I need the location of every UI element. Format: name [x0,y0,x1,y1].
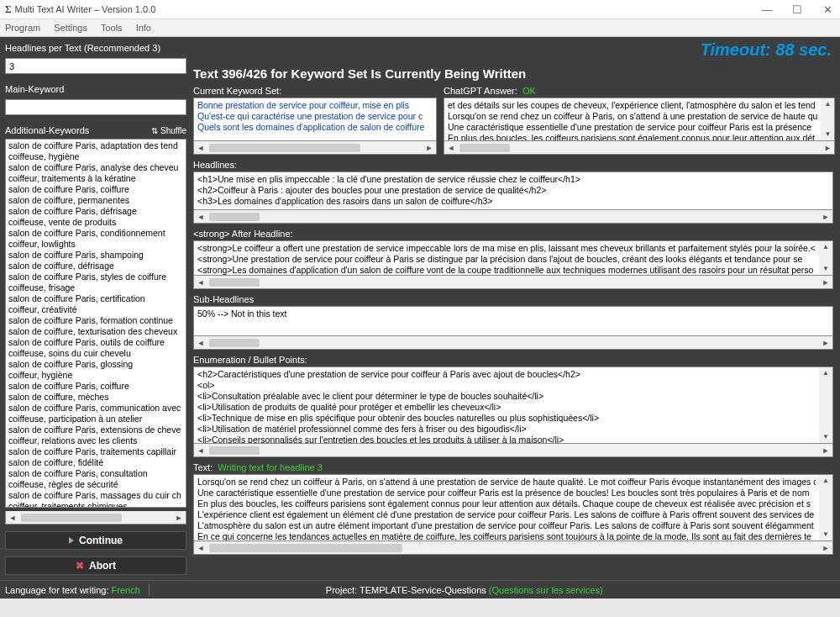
menu-tools[interactable]: Tools [101,23,123,33]
language-value: French [112,585,140,595]
timeout-display: Timeout: 88 sec. [701,40,832,60]
menu-info[interactable]: Info [136,23,151,33]
answer-status: OK [522,86,536,96]
project-note: (Questions sur les services) [489,585,603,595]
minimize-button[interactable]: — [759,3,774,16]
abort-button[interactable]: ✖Abort [5,556,186,575]
language-label: Language for text writing: [5,585,109,595]
scroll-left-icon[interactable]: ◄ [6,514,19,522]
enum-hscroll[interactable]: ◄► [193,444,833,457]
after-hscroll[interactable]: ◄► [193,276,833,289]
sub-headlines-box[interactable]: 50% --> Not in this text [193,306,833,336]
after-vscroll[interactable]: ▲▼ [819,241,832,275]
menu-settings[interactable]: Settings [54,23,87,33]
titlebar: Σ Multi Text AI Writer – Version 1.0.0 —… [0,0,840,18]
after-headline-box[interactable]: <strong>Le coiffeur a offert une prestat… [193,240,833,276]
enum-vscroll[interactable]: ▲▼ [819,367,832,443]
answer-box[interactable]: et des détails sur les coupes de cheveux… [444,98,835,141]
current-keyword-set-box[interactable]: Bonne prestation de service pour coiffeu… [193,98,437,141]
window-title: Multi Text AI Writer – Version 1.0.0 [15,4,759,14]
additional-keywords-label: Additional-Keywords [5,125,89,135]
answer-label: ChatGPT Answer: OK [444,86,835,96]
answer-vscroll[interactable]: ▲▼ [821,98,834,140]
shuffle-button[interactable]: ⇅Shuffle [151,126,186,135]
sub-hscroll[interactable]: ◄► [193,336,833,350]
app-icon: Σ [5,3,12,16]
text-vscroll[interactable]: ▲▼ [819,475,832,541]
text-hscroll[interactable]: ◄► [193,541,833,555]
main-keyword-input[interactable] [5,99,186,115]
enum-label: Enumeration / Bullet Points: [193,355,833,365]
answer-hscroll[interactable]: ◄► [444,141,835,155]
cks-hscroll[interactable]: ◄► [193,141,437,155]
text-label: Text: Writing text for headline 3 [193,462,833,472]
sub-headlines-label: Sub-Headlines [193,294,833,304]
maximize-button[interactable]: ☐ [790,3,805,16]
headlines-hscroll[interactable]: ◄► [193,210,833,224]
menubar: Program Settings Tools Info [0,18,840,37]
text-box[interactable]: Lorsqu'on se rend chez un coiffeur à Par… [193,474,833,541]
enum-box[interactable]: <h2>Caractéristiques d'une prestation de… [193,367,833,444]
shuffle-icon: ⇅ [151,126,158,135]
continue-button[interactable]: Continue [5,531,186,550]
statusbar: Language for text writing: French Projec… [0,580,840,599]
text-status: Writing text for headline 3 [218,462,323,472]
after-headline-label: <strong> After Headline: [193,229,833,239]
headlines-per-text-label: Headlines per Text (Recommended 3) [5,43,186,53]
headlines-label: Headlines: [193,160,833,170]
keywords-hscroll[interactable]: ◄ ► [5,511,186,525]
close-button[interactable]: ✕ [820,3,835,16]
scroll-right-icon[interactable]: ► [172,514,186,522]
headlines-per-text-input[interactable] [5,58,186,74]
current-keyword-set-label: Current Keyword Set: [193,86,437,96]
abort-icon: ✖ [76,560,84,572]
main-keyword-label: Main-Keyword [5,84,186,94]
project-label: Project: TEMPLATE-Service-Questions [326,585,486,595]
menu-program[interactable]: Program [5,23,40,33]
additional-keywords-list[interactable]: salon de coiffure Paris, adaptation des … [5,139,186,508]
headlines-box[interactable]: <h1>Une mise en plis impeccable : la clé… [193,171,833,210]
progress-heading: Text 396/426 for Keyword Set Is Currentl… [193,66,833,81]
play-icon [69,537,74,544]
